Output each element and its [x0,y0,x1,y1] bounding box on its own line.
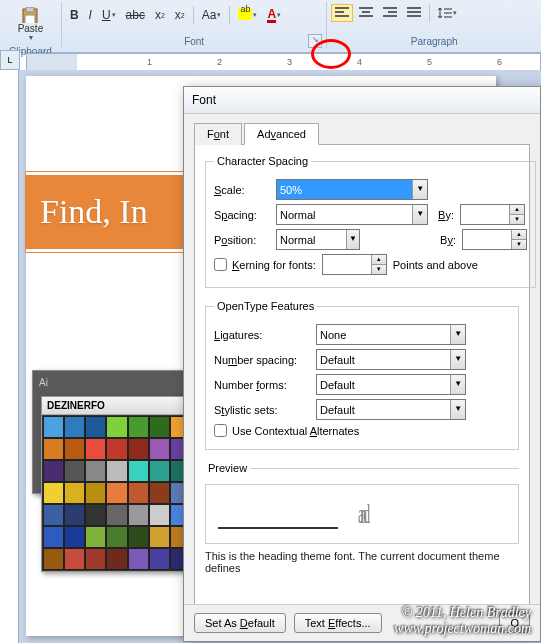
swatch[interactable] [43,548,64,570]
preview-sample: and [358,498,366,530]
swatch[interactable] [64,460,85,482]
position-by-spinner[interactable]: ▲▼ [462,229,527,250]
stylistic-sets-combo[interactable]: ▼ [316,399,466,420]
swatch[interactable] [64,482,85,504]
swatch[interactable] [128,504,149,526]
swatch[interactable] [43,482,64,504]
text-effects-button[interactable]: Text Effects... [294,613,382,633]
swatch[interactable] [85,526,106,548]
kerning-spinner[interactable]: ▲▼ [322,254,387,275]
dialog-tabs: Font Advanced [194,122,530,145]
group-paragraph: ▾ Paragraph [327,2,541,48]
contextual-alternates-checkbox[interactable]: Use Contextual Alternates [214,424,359,437]
swatch[interactable] [149,504,170,526]
tab-pane-advanced: Character Spacing Scale: ▼ Spacing: ▼ By… [194,145,530,613]
spacing-by-spinner[interactable]: ▲▼ [460,204,525,225]
scale-input[interactable] [277,180,412,199]
kerning-checkbox[interactable]: Kerning for fonts: [214,258,316,271]
swatch[interactable] [128,482,149,504]
set-default-button[interactable]: Set As Default [194,613,286,633]
italic-button[interactable]: I [85,5,96,25]
group-title-paragraph: Paragraph [331,36,537,48]
superscript-button[interactable]: x2 [171,5,189,25]
font-color-button[interactable]: A▾ [263,4,285,26]
svg-rect-2 [25,15,35,23]
svg-rect-1 [26,7,34,12]
swatch[interactable] [149,526,170,548]
swatch[interactable] [106,460,127,482]
preview-box: and [205,484,519,544]
spacing-combo[interactable]: ▼ [276,204,428,225]
swatch[interactable] [85,482,106,504]
swatch[interactable] [85,438,106,460]
swatch[interactable] [64,504,85,526]
chevron-down-icon[interactable]: ▼ [346,230,359,249]
swatch[interactable] [106,548,127,570]
swatch[interactable] [85,504,106,526]
swatch[interactable] [106,504,127,526]
swatch[interactable] [64,548,85,570]
number-forms-combo[interactable]: ▼ [316,374,466,395]
swatch[interactable] [43,416,64,438]
swatch-panel: DEZINERFO [41,396,193,572]
underline-button[interactable]: U▾ [98,5,120,25]
line-spacing-button[interactable]: ▾ [434,4,461,22]
swatch[interactable] [149,460,170,482]
group-font: B I U▾ abc x2 x2 Aa▾ ab▾ A▾ Font ↘ [62,2,328,48]
chevron-down-icon[interactable]: ▼ [412,205,427,224]
highlight-button[interactable]: ab▾ [234,5,261,26]
strikethrough-button[interactable]: abc [122,5,149,25]
align-right-button[interactable] [379,4,401,22]
swatch[interactable] [106,482,127,504]
fieldset-preview: Preview and This is the heading theme fo… [205,462,519,582]
swatch[interactable] [149,416,170,438]
vertical-ruler[interactable] [0,70,19,643]
chevron-down-icon[interactable]: ▼ [412,180,427,199]
heading-text[interactable]: Find, In [40,193,148,230]
ok-button[interactable]: O [499,613,530,633]
swatch[interactable] [43,526,64,548]
swatch[interactable] [64,416,85,438]
swatch[interactable] [43,438,64,460]
swatch[interactable] [149,548,170,570]
scale-combo[interactable]: ▼ [276,179,428,200]
swatch[interactable] [64,438,85,460]
swatch-grid[interactable] [42,415,192,571]
font-dialog-launcher[interactable]: ↘ [308,34,322,48]
paste-button[interactable]: Paste▼ [14,4,48,44]
swatch[interactable] [85,416,106,438]
tab-font[interactable]: Font [194,123,242,145]
swatch[interactable] [106,438,127,460]
bold-button[interactable]: B [66,5,83,25]
position-combo[interactable]: ▼ [276,229,360,250]
swatch[interactable] [85,460,106,482]
swatch-panel-title: DEZINERFO [42,397,192,415]
swatch[interactable] [106,416,127,438]
align-center-button[interactable] [355,4,377,22]
swatch[interactable] [106,526,127,548]
subscript-button[interactable]: x2 [151,5,169,25]
justify-button[interactable] [403,4,425,22]
swatch[interactable] [128,526,149,548]
tab-advanced[interactable]: Advanced [244,123,319,145]
change-case-button[interactable]: Aa▾ [198,5,226,25]
swatch[interactable] [43,460,64,482]
swatch[interactable] [128,438,149,460]
swatch[interactable] [149,438,170,460]
align-left-button[interactable] [331,4,353,22]
group-clipboard: Paste▼ Clipboard [0,2,62,48]
swatch[interactable] [85,548,106,570]
swatch[interactable] [128,460,149,482]
swatch[interactable] [128,548,149,570]
number-spacing-combo[interactable]: ▼ [316,349,466,370]
swatch[interactable] [149,482,170,504]
paste-icon [20,7,40,23]
fieldset-opentype: OpenType Features Ligatures: ▼ Number sp… [205,300,519,450]
swatch[interactable] [64,526,85,548]
tab-selector[interactable]: L [0,50,20,70]
swatch[interactable] [43,504,64,526]
group-title-font: Font ↘ [66,36,323,48]
paste-label: Paste [18,23,44,34]
swatch[interactable] [128,416,149,438]
ligatures-combo[interactable]: ▼ [316,324,466,345]
